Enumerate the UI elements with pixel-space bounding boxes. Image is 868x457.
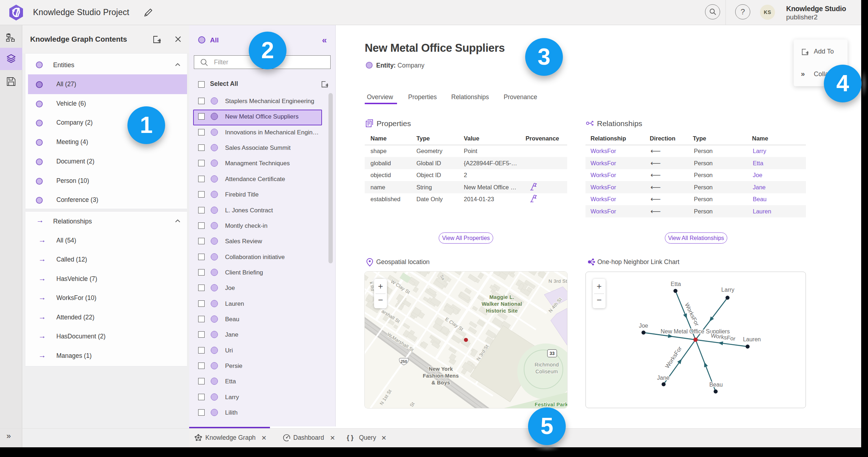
svg-text:WorksFor: WorksFor — [664, 345, 683, 369]
svg-text:Lauren: Lauren — [743, 336, 761, 342]
svg-text:Maggie L.: Maggie L. — [489, 294, 514, 300]
svg-text:33: 33 — [550, 351, 555, 356]
svg-text:Etta: Etta — [671, 281, 681, 287]
svg-text:Fashion Mens: Fashion Mens — [423, 373, 459, 379]
svg-text:Festival Park: Festival Park — [535, 402, 567, 407]
svg-text:Jane: Jane — [657, 375, 669, 381]
svg-text:N 3rd St: N 3rd St — [549, 278, 567, 284]
svg-text:WorksFor: WorksFor — [710, 332, 736, 342]
svg-text:250: 250 — [401, 359, 407, 364]
svg-text:New York: New York — [429, 366, 453, 372]
svg-text:Beau: Beau — [709, 382, 723, 388]
svg-text:Joe: Joe — [639, 323, 648, 329]
svg-text:Walker National: Walker National — [482, 301, 522, 307]
svg-text:Coliseum: Coliseum — [536, 369, 558, 374]
svg-text:Historic Site: Historic Site — [486, 308, 518, 314]
svg-text:Larry: Larry — [721, 287, 734, 293]
svg-text:Richmond: Richmond — [535, 362, 559, 368]
svg-text:& Boys: & Boys — [431, 380, 450, 386]
